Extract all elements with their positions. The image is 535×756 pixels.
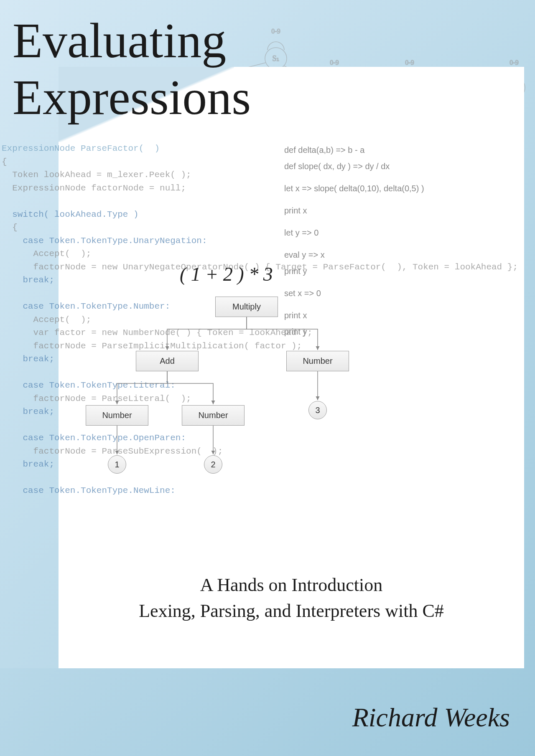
tree-node-number-lr: Number xyxy=(182,405,245,426)
svg-text:0-9: 0-9 xyxy=(330,59,339,66)
subtitle-line-2: Lexing, Parsing, and Interpreters with C… xyxy=(139,601,444,621)
parse-tree-diagram: Multiply Add Number Number Number 1 2 3 xyxy=(84,297,418,530)
tree-node-add: Add xyxy=(136,351,199,371)
tree-node-number-right: Number xyxy=(286,351,349,371)
tree-node-root: Multiply xyxy=(215,297,278,317)
tree-leaf-1: 1 xyxy=(108,455,126,474)
svg-text:0-9: 0-9 xyxy=(510,59,518,66)
book-subtitle: A Hands on Introduction Lexing, Parsing,… xyxy=(59,572,524,624)
title-line-1: Evaluating xyxy=(13,13,226,68)
expression-label: ( 1 + 2 ) * 3 xyxy=(180,263,273,285)
tree-leaf-2: 2 xyxy=(204,455,222,474)
svg-text:0-9: 0-9 xyxy=(405,59,414,66)
svg-text:S₁: S₁ xyxy=(272,54,279,63)
subtitle-line-1: A Hands on Introduction xyxy=(200,575,382,595)
svg-text:0-9: 0-9 xyxy=(271,28,280,35)
tree-node-number-ll: Number xyxy=(86,405,148,426)
title-line-2: Expressions xyxy=(13,70,251,125)
tree-leaf-3: 3 xyxy=(308,401,327,419)
author-name: Richard Weeks xyxy=(352,702,510,733)
book-title: Evaluating Expressions xyxy=(13,13,251,126)
